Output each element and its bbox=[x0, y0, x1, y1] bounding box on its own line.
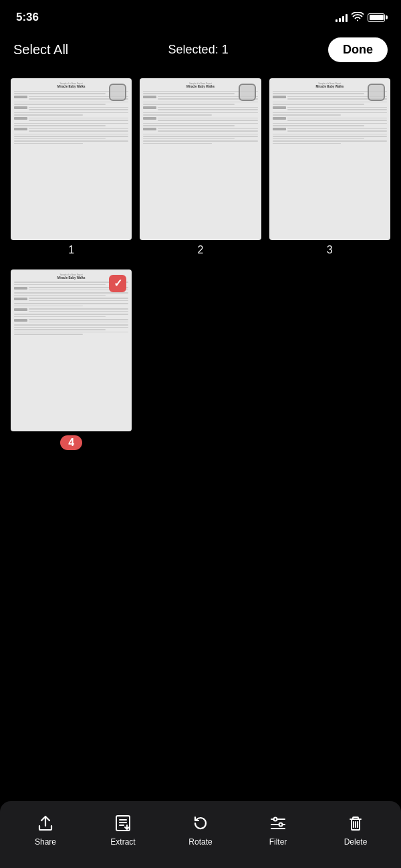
rotate-tool[interactable]: Rotate bbox=[162, 813, 239, 847]
pages-grid-row2: Sample of a News Report Miracle Baby Wal… bbox=[0, 269, 401, 463]
filter-label: Filter bbox=[269, 837, 287, 847]
status-bar: 5:36 bbox=[0, 0, 401, 29]
page-thumbnail-wrapper-1: Sample of a News Report Miracle Baby Wal… bbox=[11, 78, 132, 240]
page-3-number: 3 bbox=[327, 244, 333, 256]
page-thumbnail-3: Sample of a News Report Miracle Baby Wal… bbox=[269, 78, 390, 240]
wifi-icon bbox=[352, 12, 364, 23]
rotate-icon bbox=[190, 813, 211, 833]
status-time: 5:36 bbox=[16, 11, 39, 24]
extract-tool[interactable]: Extract bbox=[84, 813, 162, 847]
filter-tool[interactable]: Filter bbox=[239, 813, 317, 847]
page-thumbnail-wrapper-3: Sample of a News Report Miracle Baby Wal… bbox=[269, 78, 390, 240]
filter-icon bbox=[268, 813, 288, 833]
page-item-2[interactable]: Sample of a News Report Miracle Baby Wal… bbox=[140, 78, 261, 256]
signal-icon bbox=[336, 13, 348, 22]
page-thumbnail-wrapper-4: Sample of a News Report Miracle Baby Wal… bbox=[11, 269, 132, 431]
page-item-4[interactable]: Sample of a News Report Miracle Baby Wal… bbox=[11, 269, 132, 450]
bottom-toolbar: Share Extract Rotate bbox=[0, 801, 401, 868]
delete-tool[interactable]: Delete bbox=[317, 813, 394, 847]
extract-icon bbox=[113, 813, 133, 833]
page-2-checkbox[interactable] bbox=[239, 84, 256, 101]
page-3-checkbox[interactable] bbox=[368, 84, 385, 101]
done-button[interactable]: Done bbox=[328, 37, 388, 62]
delete-label: Delete bbox=[344, 837, 368, 847]
page-4-checkbox[interactable] bbox=[109, 275, 126, 292]
page-4-number: 4 bbox=[60, 435, 82, 450]
rotate-label: Rotate bbox=[188, 837, 212, 847]
extract-label: Extract bbox=[110, 837, 135, 847]
page-1-checkbox[interactable] bbox=[109, 84, 126, 101]
share-tool[interactable]: Share bbox=[7, 813, 84, 847]
page-thumbnail-1: Sample of a News Report Miracle Baby Wal… bbox=[11, 78, 132, 240]
page-thumbnail-4: Sample of a News Report Miracle Baby Wal… bbox=[11, 269, 132, 431]
page-item-1[interactable]: Sample of a News Report Miracle Baby Wal… bbox=[11, 78, 132, 256]
pages-grid-row1: Sample of a News Report Miracle Baby Wal… bbox=[0, 73, 401, 269]
delete-icon bbox=[346, 813, 366, 833]
page-1-number: 1 bbox=[68, 244, 74, 256]
battery-icon bbox=[368, 13, 385, 22]
share-label: Share bbox=[35, 837, 56, 847]
select-all-button[interactable]: Select All bbox=[13, 42, 68, 58]
page-thumbnail-wrapper-2: Sample of a News Report Miracle Baby Wal… bbox=[140, 78, 261, 240]
page-thumbnail-2: Sample of a News Report Miracle Baby Wal… bbox=[140, 78, 261, 240]
page-item-3[interactable]: Sample of a News Report Miracle Baby Wal… bbox=[269, 78, 390, 256]
page-2-number: 2 bbox=[198, 244, 204, 256]
selected-count: Selected: 1 bbox=[168, 43, 229, 57]
selection-toolbar: Select All Selected: 1 Done bbox=[0, 29, 401, 73]
share-icon bbox=[35, 813, 55, 833]
status-icons bbox=[336, 12, 385, 23]
